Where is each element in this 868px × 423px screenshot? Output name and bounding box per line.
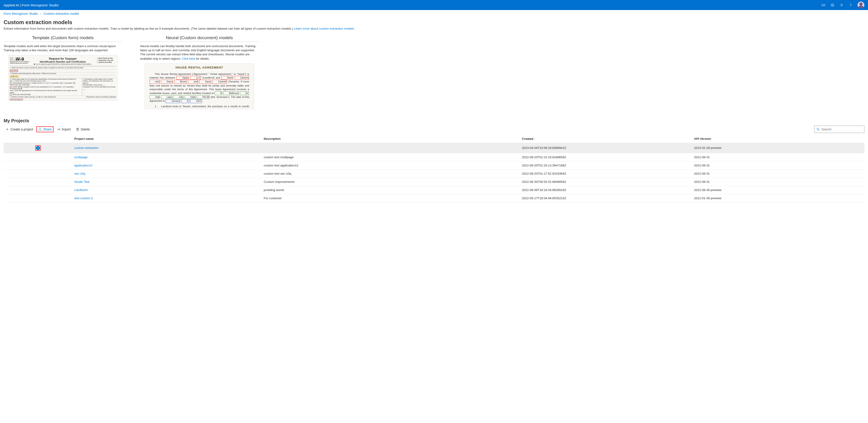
table-row[interactable]: Studio TestCustom Improvements2022-08-30… — [4, 178, 864, 186]
model-type-cards: Template (Custom form) models Template m… — [4, 35, 864, 109]
table-row[interactable]: test-custom-2For customer2022-05-17T18:3… — [4, 194, 864, 202]
row-checkbox-cell[interactable] — [4, 194, 72, 202]
row-name-cell: Lienfluent — [72, 186, 262, 194]
row-api-cell: 2023-02-28-preview — [692, 143, 864, 153]
table-row[interactable]: Lienfluentjumbling words2022-06-09T18:19… — [4, 186, 864, 194]
table-header-row: Project name Description Created↓ API Ve… — [4, 135, 864, 143]
svg-rect-0 — [822, 4, 825, 6]
neural-card-title: Neural (Custom document) models — [140, 35, 258, 42]
row-created-cell: 2022-05-17T18:34:48.6535223Z — [520, 194, 692, 202]
share-button[interactable]: Share — [36, 126, 54, 132]
row-created-cell: 2022-09-20T01:20:13.3647188Z — [520, 161, 692, 170]
row-selected-highlight — [35, 145, 41, 151]
row-desc-cell: jumbling words — [262, 186, 520, 194]
project-link[interactable]: test-custom-2 — [74, 197, 93, 200]
row-api-cell: 2022-06-30-preview — [692, 186, 864, 194]
top-bar: Applied AI | Form Recognizer Studio — [0, 0, 868, 10]
project-link[interactable]: custom-extraction — [74, 146, 99, 150]
template-doc-preview: Form(Rev. October 2018)Department of the… — [8, 55, 118, 101]
row-api-cell: 2022-08-31 — [692, 153, 864, 161]
settings-gear-icon[interactable] — [839, 3, 844, 7]
row-created-cell: 2023-04-04T23:58:29.8099941Z — [520, 143, 692, 153]
row-name-cell: sec-10q — [72, 170, 262, 178]
svg-point-4 — [841, 5, 842, 5]
row-checkbox-cell[interactable] — [4, 143, 72, 153]
col-header-api[interactable]: API Version — [692, 135, 864, 143]
row-name-cell: Studio Test — [72, 178, 262, 186]
import-button[interactable]: Import — [55, 126, 72, 132]
app-title: Applied AI | Form Recognizer Studio — [4, 3, 59, 7]
row-checkbox-cell[interactable] — [4, 178, 72, 186]
project-link[interactable]: sec-10q — [74, 172, 85, 175]
row-desc-cell: custom test application12 — [262, 161, 520, 170]
row-api-cell: 2022-08-31 — [692, 161, 864, 170]
breadcrumb-sep: › — [40, 12, 41, 16]
row-name-cell: test-custom-2 — [72, 194, 262, 202]
neural-doc-preview: HOUSE RENTAL AGREEMENT This House Rental… — [145, 63, 254, 109]
svg-point-5 — [850, 6, 851, 6]
row-created-cell: 2022-09-20T01:17:52.6319364Z — [520, 170, 692, 178]
search-box[interactable] — [814, 126, 864, 133]
breadcrumb-current[interactable]: Custom extraction model — [43, 12, 79, 16]
col-header-created[interactable]: Created↓ — [520, 135, 692, 143]
search-input[interactable] — [822, 127, 862, 131]
row-checkbox-cell[interactable] — [4, 153, 72, 161]
project-link[interactable]: application12 — [74, 164, 93, 167]
projects-section-title: My Projects — [4, 118, 864, 123]
user-avatar[interactable] — [858, 2, 864, 8]
row-desc-cell: Custom Improvements — [262, 178, 520, 186]
row-checkbox-cell[interactable] — [4, 170, 72, 178]
row-name-cell: multipage — [72, 153, 262, 161]
learn-more-link[interactable]: Learn more about custom extraction model… — [294, 27, 354, 30]
project-link[interactable]: Studio Test — [74, 180, 90, 183]
col-header-name[interactable]: Project name — [72, 135, 262, 143]
breadcrumb-root[interactable]: Form Recognizer Studio — [4, 12, 38, 16]
neural-card[interactable]: Neural (Custom document) models Neural m… — [140, 35, 258, 109]
template-card-desc: Template models work well when the targe… — [4, 44, 122, 52]
table-row[interactable]: sec-10qcustom test sec-10q2022-09-20T01:… — [4, 170, 864, 178]
template-card-title: Template (Custom form) models — [4, 35, 122, 42]
row-desc-cell: custom test multipage — [262, 153, 520, 161]
col-header-select[interactable] — [4, 135, 72, 143]
keyboard-icon[interactable] — [821, 3, 826, 7]
projects-toolbar: Create a project Share Import Delete — [4, 126, 864, 133]
delete-button[interactable]: Delete — [74, 126, 92, 132]
page-title: Custom extraction models — [4, 19, 864, 26]
row-created-cell: 2022-06-09T18:19:34.8828919Z — [520, 186, 692, 194]
row-name-cell: application12 — [72, 161, 262, 170]
row-desc-cell: For customer — [262, 194, 520, 202]
page-subtitle: Extract information from forms and docum… — [4, 27, 864, 30]
project-link[interactable]: Lienfluent — [74, 188, 88, 192]
row-desc-cell: custom test sec-10q — [262, 170, 520, 178]
row-created-cell: 2022-09-20T01:22:19.8188659Z — [520, 153, 692, 161]
sort-desc-icon: ↓ — [534, 138, 535, 140]
svg-point-1 — [831, 4, 834, 6]
template-card[interactable]: Template (Custom form) models Template m… — [4, 35, 122, 109]
table-row[interactable]: multipagecustom test multipage2022-09-20… — [4, 153, 864, 161]
row-api-cell: 2022-08-31 — [692, 170, 864, 178]
row-api-cell: 2022-01-30-preview — [692, 194, 864, 202]
row-checkbox-cell[interactable] — [4, 161, 72, 170]
top-icon-group — [821, 2, 864, 8]
row-api-cell: 2022-08-31 — [692, 178, 864, 186]
svg-point-6 — [817, 128, 819, 130]
row-checkbox-cell[interactable] — [4, 186, 72, 194]
search-icon — [816, 127, 820, 131]
projects-table: Project name Description Created↓ API Ve… — [4, 135, 864, 202]
create-project-button[interactable]: Create a project — [4, 126, 35, 132]
breadcrumb: Form Recognizer Studio › Custom extracti… — [0, 10, 868, 17]
smiley-icon[interactable] — [830, 3, 835, 7]
row-desc-cell — [262, 143, 520, 153]
row-name-cell: custom-extraction — [72, 143, 262, 153]
neural-card-desc: Neural models can flexibly handle both s… — [140, 44, 258, 61]
table-row[interactable]: application12custom test application1220… — [4, 161, 864, 170]
col-header-desc[interactable]: Description — [262, 135, 520, 143]
row-created-cell: 2022-08-30T00:53:32.8848859Z — [520, 178, 692, 186]
neural-click-here-link[interactable]: Click here — [182, 57, 195, 60]
help-icon[interactable] — [848, 3, 853, 7]
table-row[interactable]: custom-extraction2023-04-04T23:58:29.809… — [4, 143, 864, 153]
project-link[interactable]: multipage — [74, 155, 88, 159]
checkmark-icon — [36, 146, 40, 150]
main-content: Custom extraction models Extract informa… — [0, 17, 868, 212]
